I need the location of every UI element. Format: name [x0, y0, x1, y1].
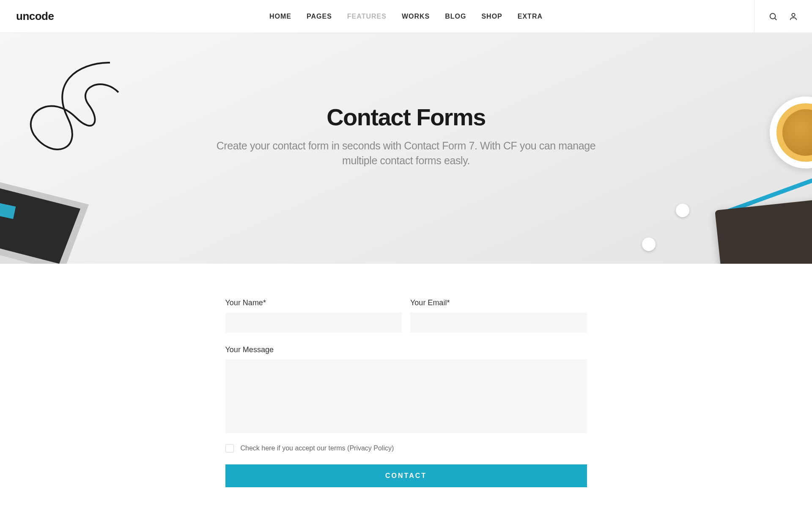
message-label: Your Message	[225, 345, 587, 354]
decoration-earbud	[642, 237, 656, 251]
contact-form: Your Name* Your Email* Your Message Chec…	[225, 298, 587, 487]
svg-point-0	[770, 13, 776, 19]
terms-row: Check here if you accept our terms (Priv…	[225, 444, 587, 453]
header-actions	[754, 0, 812, 33]
terms-label: Check here if you accept our terms (Priv…	[241, 444, 394, 452]
search-icon[interactable]	[768, 11, 778, 22]
svg-line-1	[775, 18, 776, 20]
page-subtitle: Create your contact form in seconds with…	[216, 138, 596, 168]
nav-item-home[interactable]: HOME	[269, 13, 291, 20]
nav-item-features[interactable]: FEATURES	[347, 13, 387, 20]
decoration-laptop	[0, 171, 114, 264]
hero-banner: Contact Forms Create your contact form i…	[0, 33, 812, 264]
message-textarea[interactable]	[225, 359, 587, 433]
account-icon[interactable]	[788, 11, 798, 22]
nav-item-shop[interactable]: SHOP	[481, 13, 502, 20]
name-input[interactable]	[225, 312, 402, 333]
email-label: Your Email*	[410, 298, 587, 307]
hero-content: Contact Forms Create your contact form i…	[216, 103, 596, 168]
nav-item-extra[interactable]: EXTRA	[518, 13, 543, 20]
nav-item-pages[interactable]: PAGES	[307, 13, 332, 20]
decoration-earbud	[676, 204, 689, 217]
email-input[interactable]	[410, 312, 587, 333]
terms-checkbox[interactable]	[225, 444, 234, 453]
page-title: Contact Forms	[216, 103, 596, 131]
nav-item-blog[interactable]: BLOG	[445, 13, 466, 20]
brand-logo[interactable]: uncode	[16, 10, 54, 23]
name-label: Your Name*	[225, 298, 402, 307]
decoration-coffee-cup	[770, 97, 812, 168]
decoration-cord	[25, 58, 135, 168]
decoration-notebook	[715, 199, 812, 264]
submit-button[interactable]: CONTACT	[225, 464, 587, 487]
site-header: uncode HOME PAGES FEATURES WORKS BLOG SH…	[0, 0, 812, 33]
nav-item-works[interactable]: WORKS	[402, 13, 430, 20]
svg-point-2	[792, 13, 795, 16]
main-nav: HOME PAGES FEATURES WORKS BLOG SHOP EXTR…	[269, 13, 543, 20]
